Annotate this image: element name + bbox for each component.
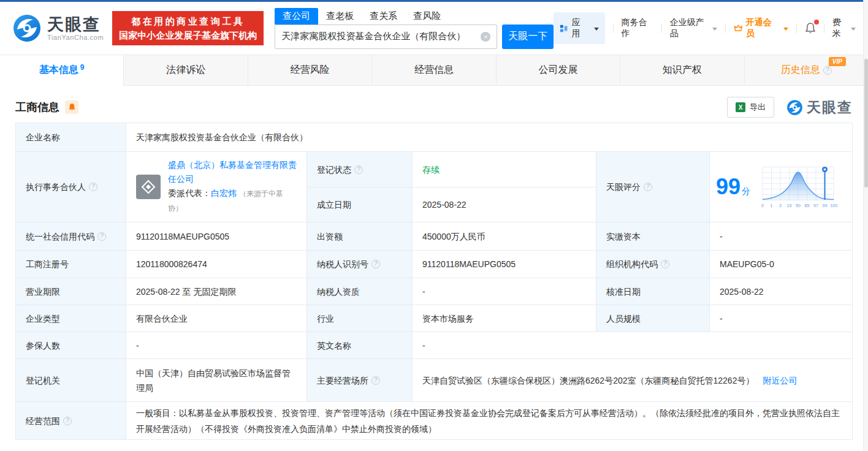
section-title: 工商信息 bbox=[15, 100, 59, 115]
scrollbar[interactable] bbox=[863, 0, 868, 451]
approval-date-value: 2025-08-22 bbox=[710, 278, 852, 305]
approval-date-label: 核准日期 bbox=[596, 278, 710, 305]
divider bbox=[824, 24, 824, 33]
partner-company-link[interactable]: 盛鼎（北京）私募基金管理有限责任公司 bbox=[168, 160, 297, 184]
partner-company-logo-icon[interactable] bbox=[136, 175, 161, 199]
search-tab-relation[interactable]: 查关系 bbox=[362, 8, 405, 25]
search-tab-boss[interactable]: 查老板 bbox=[318, 8, 362, 25]
slogan-line1: 都在用的商业查询工具 bbox=[119, 14, 257, 28]
main-content: 工商信息 导出 天眼查 bbox=[0, 86, 868, 440]
search-clear-icon[interactable] bbox=[481, 32, 490, 42]
svg-text:3: 3 bbox=[779, 203, 782, 208]
org-code-label: 组织机构代码 bbox=[596, 251, 710, 278]
status-badge: 存续 bbox=[422, 162, 440, 177]
executive-partner-value: 盛鼎（北京）私募基金管理有限责任公司 委派代表：白宏炜 （来源于中基协） bbox=[126, 152, 307, 222]
tab-label: 基本信息 bbox=[39, 64, 78, 77]
registration-status-label: 登记状态 bbox=[307, 152, 413, 188]
company-type-value: 有限合伙企业 bbox=[126, 305, 307, 332]
taxpayer-quality-label: 纳税人资质 bbox=[307, 278, 413, 305]
nearby-companies-link[interactable]: 附近公司 bbox=[763, 373, 797, 388]
business-term-value: 2025-08-22 至 无固定期限 bbox=[126, 278, 307, 305]
bell-icon bbox=[68, 103, 76, 112]
brand-domain: TianYanCha.com bbox=[47, 34, 104, 41]
chevron-down-icon bbox=[712, 28, 717, 33]
help-icon[interactable] bbox=[63, 417, 72, 425]
tab-label: 经营风险 bbox=[291, 64, 330, 77]
staff-size-label: 人员规模 bbox=[596, 305, 710, 332]
tab-basic-info[interactable]: 基本信息 9 bbox=[0, 55, 124, 86]
taxpayer-quality-value: - bbox=[413, 278, 596, 305]
bell-icon bbox=[805, 22, 816, 34]
header-nav: 应用 商务合作 企业级产品 开通会员 费米 bbox=[554, 12, 856, 44]
score-number: 99 bbox=[716, 176, 740, 198]
svg-text:97: 97 bbox=[813, 203, 818, 208]
tab-label: 经营信息 bbox=[414, 64, 454, 77]
tab-business-info[interactable]: 经营信息 bbox=[372, 55, 496, 86]
apps-menu[interactable]: 应用 bbox=[554, 12, 604, 44]
establish-date-value: 2025-08-22 bbox=[413, 188, 596, 222]
help-icon[interactable] bbox=[371, 260, 380, 268]
help-icon[interactable] bbox=[97, 232, 106, 241]
tab-legal-proceedings[interactable]: 法律诉讼 bbox=[124, 55, 248, 86]
svg-text:99: 99 bbox=[823, 203, 828, 208]
business-term-label: 营业期限 bbox=[16, 278, 126, 305]
company-name-value: 天津家寓股权投资基金合伙企业（有限合伙） bbox=[126, 123, 852, 152]
nav-open-vip[interactable]: 开通会员 bbox=[734, 17, 788, 39]
brand-name: 天眼查 bbox=[47, 16, 104, 33]
paid-capital-value: - bbox=[710, 222, 852, 251]
open-vip-label: 开通会员 bbox=[746, 17, 777, 39]
notification-bell-icon[interactable] bbox=[805, 22, 816, 34]
registration-number-label: 工商注册号 bbox=[16, 251, 126, 278]
score-axis-labels: 0 1 3 15 50 85 97 99 100 bbox=[761, 203, 837, 208]
tianyancha-watermark-icon bbox=[786, 99, 803, 116]
tab-intellectual-property[interactable]: 知识产权 bbox=[620, 55, 744, 86]
search-box bbox=[275, 25, 497, 49]
tianyancha-logo-icon bbox=[12, 13, 42, 43]
credit-code-value: 91120118MAEUPG0505 bbox=[126, 222, 307, 251]
svg-text:1: 1 bbox=[771, 203, 773, 208]
tab-history-info[interactable]: VIP 历史信息 bbox=[745, 55, 868, 86]
svg-text:50: 50 bbox=[796, 203, 801, 208]
tab-company-development[interactable]: 公司发展 bbox=[497, 55, 620, 86]
section-header: 工商信息 导出 天眼查 bbox=[15, 94, 853, 121]
business-address-label: 主要经营场所 bbox=[307, 359, 413, 402]
capital-label: 出资额 bbox=[307, 222, 413, 251]
apps-grid-icon bbox=[560, 24, 568, 33]
watermark-brand: 天眼查 bbox=[807, 98, 853, 117]
english-name-label: 英文名称 bbox=[307, 332, 413, 359]
help-icon[interactable] bbox=[661, 260, 669, 268]
help-icon[interactable] bbox=[354, 165, 363, 174]
search-tab-risk[interactable]: 查风险 bbox=[405, 8, 449, 25]
search-button[interactable]: 天眼一下 bbox=[502, 25, 554, 49]
crown-icon bbox=[734, 24, 743, 32]
delegate-rep-link[interactable]: 白宏炜 bbox=[211, 188, 237, 198]
help-icon[interactable] bbox=[644, 183, 652, 191]
help-icon[interactable] bbox=[823, 66, 832, 75]
svg-text:85: 85 bbox=[805, 203, 810, 208]
user-menu[interactable]: 费米 bbox=[832, 17, 856, 39]
tianyancha-logo[interactable]: 天眼查 TianYanCha.com bbox=[12, 13, 104, 43]
org-code-value: MAEUPG05-0 bbox=[710, 251, 852, 278]
nav-enterprise-products[interactable]: 企业级产品 bbox=[670, 17, 717, 39]
tab-business-risk[interactable]: 经营风险 bbox=[248, 55, 372, 86]
registration-authority-label: 登记机关 bbox=[16, 359, 126, 402]
notification-dot bbox=[814, 20, 819, 25]
svg-text:100: 100 bbox=[830, 203, 837, 208]
scrollbar-thumb[interactable] bbox=[864, 59, 868, 188]
search-input[interactable] bbox=[275, 31, 481, 42]
insured-count-label: 参保人数 bbox=[16, 332, 126, 359]
registration-number-value: 120118000826474 bbox=[126, 251, 307, 278]
divider bbox=[725, 24, 726, 33]
tab-count-badge: 9 bbox=[80, 63, 85, 72]
help-icon[interactable] bbox=[371, 376, 380, 385]
nav-business-cooperation[interactable]: 商务合作 bbox=[622, 17, 653, 39]
vip-badge: VIP bbox=[829, 57, 846, 66]
site-header: 天眼查 TianYanCha.com 都在用的商业查询工具 国家中小企业发展子基… bbox=[0, 2, 868, 55]
export-button[interactable]: 导出 bbox=[727, 97, 774, 118]
search-tab-company[interactable]: 查公司 bbox=[275, 8, 318, 25]
help-icon[interactable] bbox=[89, 183, 97, 191]
business-scope-label: 经营范围 bbox=[16, 402, 126, 439]
subscribe-bell-button[interactable] bbox=[65, 100, 78, 114]
svg-text:0: 0 bbox=[761, 203, 764, 208]
tab-label: 公司发展 bbox=[538, 64, 577, 77]
